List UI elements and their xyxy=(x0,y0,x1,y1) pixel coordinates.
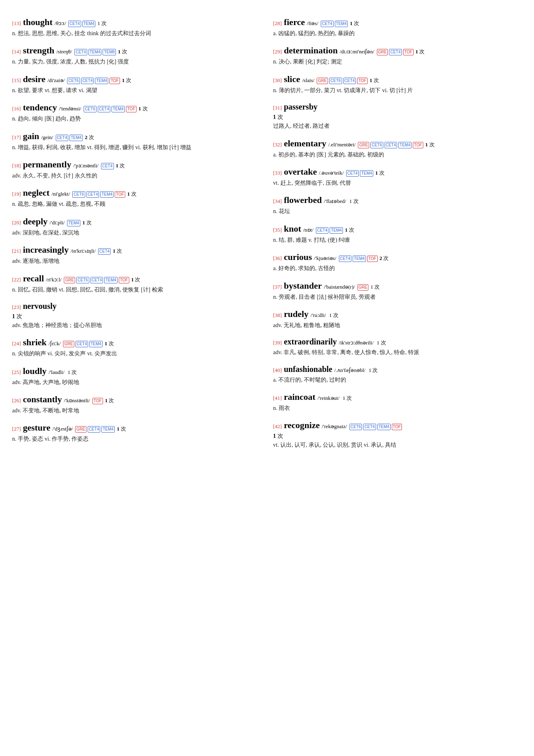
entry-number: [23] xyxy=(12,303,21,311)
entry-badge: TOF xyxy=(109,78,120,84)
list-item: [24]shriek/ʃriːk/GRECET4TEM41 次n. 尖锐的响声 … xyxy=(12,336,261,358)
entry-badge: CET6 xyxy=(329,78,342,84)
entry-number: [39] xyxy=(273,339,282,347)
list-item: [13]thought/θɔːt/CET4TEM41 次n. 想法, 思想, 思… xyxy=(12,15,261,38)
list-item: [14]strength/streŋθ/CET4TEM4TEM81 次n. 力量… xyxy=(12,44,261,66)
entry-count: 1 次 xyxy=(345,226,354,234)
entry-pronunciation: /'diːpli/ xyxy=(50,219,65,227)
entry-word: neglect xyxy=(23,186,50,199)
entry-count: 1 次 xyxy=(122,76,131,84)
entry-pronunciation: /ʃriːk/ xyxy=(48,340,61,348)
entry-badge: TOF xyxy=(392,424,402,430)
entry-badge: TOF xyxy=(115,191,125,198)
entry-number: [20] xyxy=(12,219,21,227)
entry-count-line: 1 次 xyxy=(12,312,261,321)
entry-badge: TOF xyxy=(367,256,378,262)
entry-pronunciation: /'ruːdli/ xyxy=(311,311,326,319)
entry-number: [15] xyxy=(12,76,21,84)
entry-count: 1 次 xyxy=(377,339,386,347)
entry-badge: TEM4 xyxy=(111,106,125,112)
entry-definition: n. 趋向, 倾向 [医] 趋向, 趋势 xyxy=(12,114,261,123)
entry-number: [19] xyxy=(12,190,21,198)
entry-count: 1 次 xyxy=(82,219,92,227)
list-item: [21]increasingly/in'kriːsɪŋli/CET41 次adv… xyxy=(12,243,261,266)
list-item: [25]loudly/'laudli/1 次adv. 高声地, 大声地, 吵闹地 xyxy=(12,364,261,387)
entry-badge: TEM4 xyxy=(89,341,103,347)
left-column: [13]thought/θɔːt/CET4TEM41 次n. 想法, 思想, 思… xyxy=(12,15,261,456)
entry-word: desire xyxy=(23,72,46,86)
entry-definition: adv. 高声地, 大声地, 吵闹地 xyxy=(12,378,261,387)
entry-count: 1 次 xyxy=(97,19,107,27)
entry-badge: CET4 xyxy=(101,163,114,169)
entry-word: overtake xyxy=(284,165,317,178)
list-item: [16]tendency/'tendənsi/CET6CET4TEM4TOF1 … xyxy=(12,101,261,123)
entry-pronunciation: /di'zaiə/ xyxy=(47,76,65,84)
entry-definition: a. 好奇的, 求知的, 古怪的 xyxy=(273,264,522,273)
entry-count: 2 次 xyxy=(85,133,94,141)
entry-definition: 过路人, 经过者, 路过者 xyxy=(273,122,522,131)
entry-number: [26] xyxy=(12,397,21,405)
entry-word: slice xyxy=(284,72,300,86)
entry-badge: TEM4 xyxy=(353,256,366,262)
entry-number: [29] xyxy=(273,48,282,56)
entry-pronunciation: /θɔːt/ xyxy=(55,19,66,27)
entry-badge: TEM4 xyxy=(95,78,108,84)
entry-definition: n. 花坛 xyxy=(273,207,522,216)
list-item: [22]recall/ri'kɔːl/GRECET6CET4TEM4TOF1 次… xyxy=(12,272,261,294)
entry-pronunciation: /ri'kɔːl/ xyxy=(46,276,62,284)
entry-badge: CET4 xyxy=(316,227,329,234)
entry-number: [30] xyxy=(273,76,282,84)
entry-definition: vt. 赶上, 突然降临于, 压倒, 代替 xyxy=(273,179,522,188)
entry-word: determination xyxy=(284,44,338,57)
list-item: [33]overtake/.əuvə'teik/CET4TEM41 次vt. 赶… xyxy=(273,165,522,188)
entry-badge: TOF xyxy=(357,78,368,84)
entry-badge: CET4 xyxy=(98,248,111,255)
entry-word: curious xyxy=(284,250,312,264)
entry-number: [24] xyxy=(12,340,21,348)
entry-word: fierce xyxy=(284,15,305,29)
entry-definition: n. 增益, 获得, 利润, 收获, 增加 vt. 得到, 增进, 赚到 vi.… xyxy=(12,143,261,152)
entry-badge: TEM4 xyxy=(398,142,412,148)
entry-badge: CET6 xyxy=(370,142,383,148)
entry-count: 1 次 xyxy=(343,394,352,402)
entry-badge: CET4 xyxy=(90,277,103,283)
entry-pronunciation: /'kɒnstəntli/ xyxy=(64,397,90,405)
entry-badge: GRE xyxy=(377,49,388,55)
list-item: [29]determination/di.tɜːmi'neiʃən/GRECET… xyxy=(273,44,522,66)
list-item: [26]constantly/'kɒnstəntli/TOF1 次adv. 不变… xyxy=(12,393,261,415)
entry-word: rudely xyxy=(284,307,309,321)
entry-count: 1 次 xyxy=(350,19,359,27)
entry-number: [35] xyxy=(273,226,282,234)
entry-badge: CET6 xyxy=(72,191,85,198)
entry-definition: adv. 焦急地；神经质地；提心吊胆地 xyxy=(12,321,261,330)
entry-count: 1 次 xyxy=(117,425,126,433)
entry-number: [22] xyxy=(12,276,21,284)
list-item: [17]gain/gein/CET4TEM42 次n. 增益, 获得, 利润, … xyxy=(12,129,261,152)
entry-word: gain xyxy=(23,129,39,143)
entry-definition: adv. 永久, 不变, 持久 [计] 永久性的 xyxy=(12,171,261,180)
entry-pronunciation: /'dʒestʃə/ xyxy=(53,425,73,433)
list-item: [28]fierce/fiəs/CET4TEM41 次a. 凶猛的, 猛烈的, … xyxy=(273,15,522,38)
entry-count: 1 次 xyxy=(118,48,127,56)
list-item: [23]nervously1 次adv. 焦急地；神经质地；提心吊胆地 xyxy=(12,300,261,330)
list-item: [19]neglect/ni'glekt/CET6CET4TEM4TOF1 次n… xyxy=(12,186,261,209)
entry-word: bystander xyxy=(284,279,322,292)
entry-definition: n. 想法, 思想, 思维, 关心, 挂念 think 的过去式和过去分词 xyxy=(12,29,261,38)
entry-pronunciation: /di.tɜːmi'neiʃən/ xyxy=(340,48,374,56)
entry-definition: adv. 非凡, 破例, 特别, 非常, 离奇, 使人惊奇, 惊人, 特命, 特… xyxy=(273,348,522,357)
entry-number: [16] xyxy=(12,105,21,113)
list-item: [34]flowerbed/'flaɪəbed/1 次n. 花坛 xyxy=(273,193,522,216)
entry-badge: CET4 xyxy=(76,341,88,347)
entry-pronunciation: /streŋθ/ xyxy=(57,48,72,56)
entry-definition: n. 结, 群, 难题 v. 打结, (使) 纠缠 xyxy=(273,236,522,245)
entry-badge: TEM4 xyxy=(330,227,343,234)
entry-definition: a. 凶猛的, 猛烈的, 热烈的, 暴躁的 xyxy=(273,29,522,38)
list-item: [38]rudely/'ruːdli/1 次adv. 无礼地, 粗鲁地, 粗陋地 xyxy=(273,307,522,330)
entry-badge: CET4 xyxy=(56,135,69,141)
entry-pronunciation: /.ʌn'fæʃənəbl/ xyxy=(334,366,366,374)
entry-definition: n. 欲望, 要求 vt. 想要, 请求 vi. 渴望 xyxy=(12,86,261,95)
entry-word: constantly xyxy=(23,393,62,406)
entry-badge: CET4 xyxy=(385,142,397,148)
entry-badge: TEM4 xyxy=(377,424,391,430)
entry-number: [41] xyxy=(273,394,282,402)
